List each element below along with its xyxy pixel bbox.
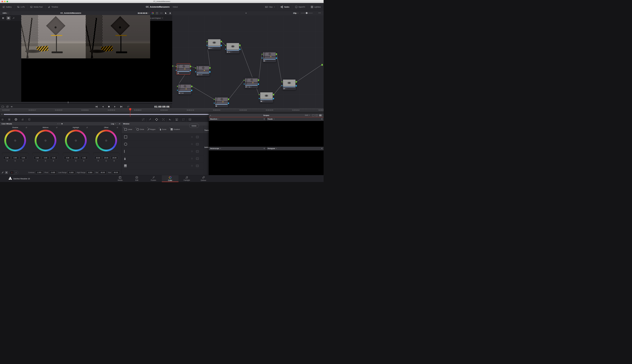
audio-mute-icon[interactable] [10, 106, 13, 108]
node-03[interactable]: 03≣◉ƒ [196, 65, 210, 76]
rgb-output-port[interactable] [221, 41, 222, 42]
page-tab-edit[interactable]: Edit [128, 175, 145, 182]
rgb-input-port[interactable] [195, 67, 196, 69]
key-output-port[interactable] [258, 84, 259, 85]
key-output-port[interactable] [239, 48, 240, 50]
motion-effects-tab[interactable] [27, 117, 32, 122]
rgb-output-port[interactable] [258, 79, 259, 81]
auto-balance-button[interactable]: A [5, 171, 8, 174]
node-08[interactable]: 08ƒ◌ [260, 92, 273, 103]
parade-header[interactable]: Parade▼ ⚟ [266, 117, 324, 121]
rgb-output-port[interactable] [228, 98, 229, 100]
camera-raw-tab[interactable] [0, 117, 5, 122]
color-wheel-ring[interactable] [4, 130, 26, 152]
viewer-options-button[interactable]: ••• [159, 11, 164, 15]
window-mask-toggle[interactable] [196, 136, 199, 138]
node-graph-canvas[interactable]: 0102≣◉03≣◉ƒ04◉ƒ◌05◉ƒ◌0607≣◉ƒ08ƒ◌09ƒ10ƒ◌ [172, 15, 324, 113]
wheel-page-2[interactable]: 2 [14, 171, 18, 174]
lightbox-button[interactable]: Lightbox [308, 3, 324, 11]
node-04[interactable]: 04◉ƒ◌ [208, 39, 221, 50]
rgb-value-box[interactable]: 0.00 [12, 156, 19, 160]
rgb-value-box[interactable]: 0.00 [42, 156, 49, 160]
palette-page-dots[interactable] [58, 123, 62, 124]
window-shape-row[interactable] [122, 148, 204, 155]
rgb-input-port[interactable] [225, 44, 226, 46]
auto-wand-icon[interactable] [2, 172, 4, 174]
window-mask-toggle[interactable] [196, 143, 199, 145]
reset-icon[interactable]: ↺ [86, 126, 88, 128]
rgb-input-port[interactable] [262, 54, 263, 55]
color-wheels-tab[interactable] [14, 117, 18, 122]
rgb-output-port[interactable] [209, 67, 210, 69]
master-wheel-slider[interactable] [32, 153, 59, 155]
key-output-port[interactable] [209, 71, 210, 73]
rgb-output-port[interactable] [296, 81, 297, 83]
pointer-tool-button[interactable] [164, 11, 168, 15]
reset-icon[interactable]: ↺ [116, 126, 118, 128]
key-input-port[interactable] [225, 48, 226, 50]
reset-icon[interactable]: ↺ [26, 126, 27, 128]
openfx-button[interactable]: fx OpenFX [292, 3, 308, 11]
rgb-input-port[interactable] [177, 86, 178, 87]
window-shape-row[interactable] [122, 140, 204, 148]
key-output-port[interactable] [228, 102, 229, 104]
window-shape-row[interactable] [122, 162, 204, 170]
key-input-port[interactable] [262, 57, 263, 59]
tracker-tab[interactable] [161, 117, 166, 122]
color-wheel-ring[interactable] [35, 130, 56, 152]
reset-icon[interactable]: ↺ [56, 126, 58, 128]
reset-all-button[interactable]: ↺ [117, 122, 120, 126]
rgb-value-box[interactable]: 25.00 [111, 156, 118, 160]
node-mode-dropdown[interactable]: Clip ▼ [293, 11, 298, 15]
page-tab-media[interactable]: Media [112, 175, 128, 182]
master-wheel-slider[interactable] [2, 153, 28, 155]
source-node-port[interactable] [172, 65, 174, 68]
grid-view-button[interactable] [7, 16, 10, 20]
enhanced-viewer-button[interactable] [150, 11, 155, 15]
add-linear-window-button[interactable]: +Linear [124, 128, 132, 130]
color-wheel-ring[interactable] [95, 130, 117, 152]
node-10[interactable]: 10ƒ◌ [282, 79, 296, 90]
window-active-toggle[interactable] [191, 136, 193, 138]
waveform-header[interactable]: Waveform▼ ⚟ [209, 117, 266, 121]
rgb-input-port[interactable] [214, 98, 215, 100]
param-value-box[interactable]: 1.000 [36, 171, 43, 174]
window-mask-toggle[interactable] [196, 150, 199, 152]
scope-settings-icon[interactable]: ⚟ [264, 148, 265, 150]
key-output-port[interactable] [190, 70, 191, 71]
rgb-input-port[interactable] [176, 66, 177, 67]
window-active-toggle[interactable] [191, 151, 193, 152]
window-shape-row[interactable] [122, 133, 204, 141]
minimize-window-button[interactable] [4, 1, 6, 2]
last-frame-button[interactable] [120, 106, 122, 108]
key-input-port[interactable] [282, 85, 283, 86]
rgb-value-box[interactable]: 0.00 [50, 156, 58, 160]
add-polygon-window-button[interactable]: +Polygon [148, 128, 156, 130]
node-07[interactable]: 07≣◉ƒ [244, 77, 258, 88]
expand-viewer-button[interactable] [155, 11, 159, 15]
window-active-toggle[interactable] [191, 144, 193, 145]
scope-settings-icon[interactable]: ⚟ [321, 148, 323, 150]
rgb-value-box[interactable]: 0.00 [20, 156, 27, 160]
key-input-port[interactable] [207, 44, 208, 46]
sizing-tab[interactable] [181, 117, 186, 122]
close-scopes-button[interactable]: x [210, 114, 211, 116]
window-mask-toggle[interactable] [196, 165, 199, 167]
node-05[interactable]: 05◉ƒ◌ [226, 42, 240, 54]
node-06[interactable]: 06 [215, 96, 228, 108]
scopes-aspect-dropdown[interactable]: 16x9 ▼ [305, 114, 310, 116]
scopes-titlebar[interactable]: x Scopes 16x9 ▼ [209, 114, 324, 117]
key-input-port[interactable] [195, 71, 196, 72]
qualifier-tab[interactable] [148, 117, 152, 122]
vectorscope-header[interactable]: Vectorscope▼ ⚟ [209, 147, 266, 150]
node-zoom-slider[interactable] [301, 13, 313, 13]
loop-button[interactable] [127, 106, 130, 108]
3d-tab[interactable]: 3D [188, 117, 193, 122]
unmix-icon[interactable] [6, 106, 9, 108]
key-input-port[interactable] [177, 90, 178, 91]
close-window-button[interactable] [2, 1, 3, 2]
rgb-value-box[interactable]: 25.00 [102, 156, 110, 160]
key-input-port[interactable] [214, 102, 215, 104]
key-tab[interactable] [174, 117, 179, 122]
rgb-output-port[interactable] [191, 86, 192, 87]
